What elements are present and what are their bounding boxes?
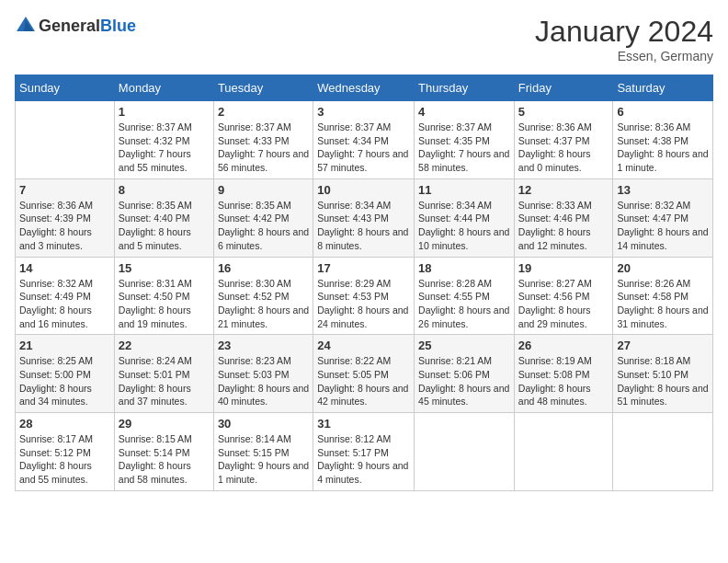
day-info: Sunrise: 8:35 AM Sunset: 4:42 PM Dayligh… <box>218 199 309 253</box>
day-info: Sunrise: 8:34 AM Sunset: 4:43 PM Dayligh… <box>317 199 410 253</box>
header-tuesday: Tuesday <box>213 75 313 101</box>
calendar-cell: 8Sunrise: 8:35 AM Sunset: 4:40 PM Daylig… <box>114 178 213 257</box>
calendar-cell: 6Sunrise: 8:36 AM Sunset: 4:38 PM Daylig… <box>613 101 713 179</box>
logo: GeneralBlue <box>15 15 136 37</box>
title-block: January 2024 Essen, Germany <box>535 15 713 63</box>
day-number: 19 <box>518 261 609 275</box>
day-info: Sunrise: 8:19 AM Sunset: 5:08 PM Dayligh… <box>518 354 609 408</box>
day-info: Sunrise: 8:29 AM Sunset: 4:53 PM Dayligh… <box>317 277 410 331</box>
day-info: Sunrise: 8:37 AM Sunset: 4:35 PM Dayligh… <box>418 121 510 175</box>
day-number: 3 <box>317 105 410 119</box>
day-number: 27 <box>617 339 709 352</box>
header-sunday: Sunday <box>16 75 115 101</box>
calendar-cell: 26Sunrise: 8:19 AM Sunset: 5:08 PM Dayli… <box>514 335 613 413</box>
day-number: 15 <box>119 261 210 275</box>
calendar-cell: 4Sunrise: 8:37 AM Sunset: 4:35 PM Daylig… <box>415 101 515 179</box>
day-info: Sunrise: 8:30 AM Sunset: 4:52 PM Dayligh… <box>218 277 309 331</box>
day-number: 7 <box>19 183 110 197</box>
calendar-cell: 29Sunrise: 8:15 AM Sunset: 5:14 PM Dayli… <box>114 413 213 491</box>
day-info: Sunrise: 8:37 AM Sunset: 4:32 PM Dayligh… <box>119 121 210 175</box>
day-number: 14 <box>19 261 110 275</box>
day-info: Sunrise: 8:12 AM Sunset: 5:17 PM Dayligh… <box>317 432 410 487</box>
day-number: 6 <box>617 105 709 119</box>
day-number: 10 <box>317 183 410 197</box>
day-number: 31 <box>317 417 410 431</box>
day-info: Sunrise: 8:25 AM Sunset: 5:00 PM Dayligh… <box>19 354 110 408</box>
calendar-cell: 14Sunrise: 8:32 AM Sunset: 4:49 PM Dayli… <box>16 257 115 335</box>
day-number: 4 <box>418 105 510 119</box>
header-friday: Friday <box>514 75 613 101</box>
calendar-cell: 2Sunrise: 8:37 AM Sunset: 4:33 PM Daylig… <box>213 101 313 179</box>
logo-general: General <box>39 17 100 35</box>
calendar-cell <box>415 413 515 491</box>
day-number: 25 <box>418 339 510 352</box>
day-number: 1 <box>119 105 210 119</box>
header-wednesday: Wednesday <box>313 75 415 101</box>
day-number: 21 <box>19 339 110 352</box>
calendar-cell <box>613 413 713 491</box>
calendar-cell: 24Sunrise: 8:22 AM Sunset: 5:05 PM Dayli… <box>313 335 415 413</box>
day-info: Sunrise: 8:32 AM Sunset: 4:47 PM Dayligh… <box>617 199 709 253</box>
day-number: 5 <box>518 105 609 119</box>
calendar-cell: 7Sunrise: 8:36 AM Sunset: 4:39 PM Daylig… <box>16 178 115 257</box>
calendar-cell <box>16 101 115 179</box>
day-info: Sunrise: 8:31 AM Sunset: 4:50 PM Dayligh… <box>119 277 210 331</box>
day-number: 24 <box>317 339 410 352</box>
calendar-cell: 17Sunrise: 8:29 AM Sunset: 4:53 PM Dayli… <box>313 257 415 335</box>
day-number: 16 <box>218 261 309 275</box>
day-number: 9 <box>218 183 309 197</box>
calendar-cell: 20Sunrise: 8:26 AM Sunset: 4:58 PM Dayli… <box>613 257 713 335</box>
header-monday: Monday <box>114 75 213 101</box>
calendar-cell: 1Sunrise: 8:37 AM Sunset: 4:32 PM Daylig… <box>114 101 213 179</box>
calendar-cell: 16Sunrise: 8:30 AM Sunset: 4:52 PM Dayli… <box>213 257 313 335</box>
calendar-cell: 30Sunrise: 8:14 AM Sunset: 5:15 PM Dayli… <box>213 413 313 491</box>
calendar-cell: 9Sunrise: 8:35 AM Sunset: 4:42 PM Daylig… <box>213 178 313 257</box>
calendar-week-row: 28Sunrise: 8:17 AM Sunset: 5:12 PM Dayli… <box>16 413 713 491</box>
day-number: 22 <box>119 339 210 352</box>
day-info: Sunrise: 8:36 AM Sunset: 4:38 PM Dayligh… <box>617 121 709 175</box>
day-info: Sunrise: 8:37 AM Sunset: 4:34 PM Dayligh… <box>317 121 410 175</box>
day-info: Sunrise: 8:15 AM Sunset: 5:14 PM Dayligh… <box>119 432 210 487</box>
day-info: Sunrise: 8:21 AM Sunset: 5:06 PM Dayligh… <box>418 354 510 408</box>
calendar-cell <box>514 413 613 491</box>
calendar-week-row: 21Sunrise: 8:25 AM Sunset: 5:00 PM Dayli… <box>16 335 713 413</box>
day-info: Sunrise: 8:33 AM Sunset: 4:46 PM Dayligh… <box>518 199 609 253</box>
day-number: 11 <box>418 183 510 197</box>
day-number: 29 <box>119 417 210 431</box>
day-number: 2 <box>218 105 309 119</box>
calendar-cell: 27Sunrise: 8:18 AM Sunset: 5:10 PM Dayli… <box>613 335 713 413</box>
page-header: GeneralBlue January 2024 Essen, Germany <box>15 15 713 63</box>
day-info: Sunrise: 8:34 AM Sunset: 4:44 PM Dayligh… <box>418 199 510 253</box>
day-info: Sunrise: 8:36 AM Sunset: 4:37 PM Dayligh… <box>518 121 609 175</box>
calendar-week-row: 1Sunrise: 8:37 AM Sunset: 4:32 PM Daylig… <box>16 101 713 179</box>
day-number: 26 <box>518 339 609 352</box>
day-info: Sunrise: 8:22 AM Sunset: 5:05 PM Dayligh… <box>317 354 410 408</box>
calendar-cell: 12Sunrise: 8:33 AM Sunset: 4:46 PM Dayli… <box>514 178 613 257</box>
calendar-week-row: 7Sunrise: 8:36 AM Sunset: 4:39 PM Daylig… <box>16 178 713 257</box>
calendar-cell: 15Sunrise: 8:31 AM Sunset: 4:50 PM Dayli… <box>114 257 213 335</box>
day-info: Sunrise: 8:27 AM Sunset: 4:56 PM Dayligh… <box>518 277 609 331</box>
day-number: 13 <box>617 183 709 197</box>
day-info: Sunrise: 8:37 AM Sunset: 4:33 PM Dayligh… <box>218 121 309 175</box>
day-number: 30 <box>218 417 309 431</box>
day-number: 23 <box>218 339 309 352</box>
calendar-cell: 3Sunrise: 8:37 AM Sunset: 4:34 PM Daylig… <box>313 101 415 179</box>
logo-icon <box>15 15 37 37</box>
day-info: Sunrise: 8:36 AM Sunset: 4:39 PM Dayligh… <box>19 199 110 253</box>
header-thursday: Thursday <box>415 75 515 101</box>
calendar-cell: 21Sunrise: 8:25 AM Sunset: 5:00 PM Dayli… <box>16 335 115 413</box>
calendar-cell: 25Sunrise: 8:21 AM Sunset: 5:06 PM Dayli… <box>415 335 515 413</box>
day-info: Sunrise: 8:26 AM Sunset: 4:58 PM Dayligh… <box>617 277 709 331</box>
location-title: Essen, Germany <box>535 49 713 63</box>
day-info: Sunrise: 8:32 AM Sunset: 4:49 PM Dayligh… <box>19 277 110 331</box>
day-number: 12 <box>518 183 609 197</box>
calendar-week-row: 14Sunrise: 8:32 AM Sunset: 4:49 PM Dayli… <box>16 257 713 335</box>
calendar-table: SundayMondayTuesdayWednesdayThursdayFrid… <box>15 75 713 491</box>
calendar-cell: 13Sunrise: 8:32 AM Sunset: 4:47 PM Dayli… <box>613 178 713 257</box>
calendar-cell: 5Sunrise: 8:36 AM Sunset: 4:37 PM Daylig… <box>514 101 613 179</box>
day-info: Sunrise: 8:28 AM Sunset: 4:55 PM Dayligh… <box>418 277 510 331</box>
calendar-header-row: SundayMondayTuesdayWednesdayThursdayFrid… <box>16 75 713 101</box>
day-number: 8 <box>119 183 210 197</box>
day-info: Sunrise: 8:35 AM Sunset: 4:40 PM Dayligh… <box>119 199 210 253</box>
day-number: 20 <box>617 261 709 275</box>
